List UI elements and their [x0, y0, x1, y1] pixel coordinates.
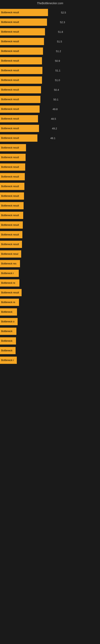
bar-fill: Bottleneck result — [0, 241, 22, 248]
bar-label: Bottleneck result — [1, 127, 19, 130]
bar-fill: Bottleneck — [0, 308, 17, 316]
bar-fill: Bottleneck r — [0, 270, 19, 277]
bar-row: Bottleneck result51.0 — [0, 75, 100, 85]
bar-row: Bottleneck result — [0, 143, 100, 152]
bar-fill: Bottleneck result — [0, 67, 42, 74]
bar-label: Bottleneck resul — [1, 252, 18, 256]
bar-row: Bottleneck result51.1 — [0, 66, 100, 75]
bar-label: Bottleneck result — [1, 69, 19, 72]
bar-fill: Bottleneck r — [0, 356, 17, 364]
bar-fill: Bottleneck result — [0, 38, 44, 45]
bar-label: Bottleneck — [1, 330, 12, 333]
bar-fill: Bottleneck resul — [0, 250, 21, 258]
bar-row: Bottleneck result51.5 — [0, 37, 100, 46]
bar-fill: Bottleneck result — [0, 115, 38, 122]
bar-label: Bottleneck result — [1, 214, 19, 217]
bar-label: Bottleneck result — [1, 108, 19, 110]
bar-fill: Bottleneck result — [0, 125, 39, 132]
bar-value: 48.1 — [50, 137, 55, 140]
bar-fill: Bottleneck result — [0, 48, 43, 55]
bar-fill: Bottleneck result — [0, 154, 26, 161]
bar-row: Bottleneck result — [0, 172, 100, 182]
bar-label: Bottleneck result — [1, 59, 19, 62]
bar-fill: Bottleneck result — [0, 144, 26, 151]
bar-row: Bottleneck result — [0, 210, 100, 220]
bar-fill: Bottleneck o — [0, 318, 18, 325]
bar-fill: Bottleneck result — [0, 76, 42, 84]
bar-label: Bottleneck result — [1, 166, 19, 168]
bar-fill: Bottleneck result — [0, 289, 22, 296]
bar-label: Bottleneck result — [1, 194, 19, 198]
bar-row: Bottleneck result — [0, 162, 100, 172]
bar-row: Bottleneck o — [0, 317, 100, 326]
bar-label: Bottleneck result — [1, 21, 19, 24]
bar-row: Bottleneck result49.2 — [0, 124, 100, 133]
bar-value: 49.2 — [52, 127, 57, 130]
bar-row: Bottleneck result52.5 — [0, 8, 100, 17]
bar-row: Bottleneck result51.2 — [0, 46, 100, 56]
bar-label: Bottleneck result — [1, 291, 19, 294]
bar-fill: Bottleneck result — [0, 173, 25, 180]
bar-label: Bottleneck result — [1, 11, 19, 14]
bar-row: Bottleneck result — [0, 152, 100, 162]
bar-row: Bottleneck — [0, 336, 100, 346]
bar-label: Bottleneck res — [1, 262, 16, 265]
bar-label: Bottleneck result — [1, 50, 19, 52]
bar-row: Bottleneck result — [0, 288, 100, 298]
bar-row: Bottleneck re — [0, 278, 100, 288]
bar-label: Bottleneck result — [1, 117, 19, 120]
bar-fill: Bottleneck result — [0, 134, 37, 142]
bar-label: Bottleneck re — [1, 282, 15, 284]
bar-value: 51.0 — [55, 79, 60, 82]
bar-row: Bottleneck — [0, 346, 100, 356]
bar-fill: Bottleneck result — [0, 28, 45, 36]
bar-row: Bottleneck — [0, 307, 100, 317]
bar-label: Bottleneck r — [1, 272, 14, 275]
bar-label: Bottleneck result — [1, 233, 19, 236]
bar-label: Bottleneck — [1, 310, 12, 313]
bar-row: Bottleneck result — [0, 201, 100, 210]
bars-container: Bottleneck result52.5Bottleneck result52… — [0, 6, 100, 367]
bar-fill: Bottleneck result — [0, 86, 41, 94]
bar-fill: Bottleneck re — [0, 279, 19, 286]
bar-fill: Bottleneck result — [0, 96, 40, 103]
bar-label: Bottleneck — [1, 340, 12, 342]
bar-fill: Bottleneck result — [0, 106, 40, 113]
bar-label: Bottleneck result — [1, 146, 19, 149]
bar-value: 50.9 — [55, 59, 60, 62]
bar-row: Bottleneck r — [0, 356, 100, 365]
bar-value: 51.1 — [55, 69, 60, 72]
bar-fill: Bottleneck result — [0, 18, 47, 26]
bar-row: Bottleneck result52.3 — [0, 17, 100, 27]
bar-fill: Bottleneck result — [0, 57, 42, 64]
bar-label: Bottleneck result — [1, 175, 19, 178]
bar-row: Bottleneck — [0, 326, 100, 336]
bar-label: Bottleneck result — [1, 185, 19, 188]
bar-fill: Bottleneck — [0, 347, 16, 354]
bar-label: Bottleneck — [1, 349, 12, 352]
bar-row: Bottleneck resul — [0, 249, 100, 259]
bar-value: 51.5 — [57, 40, 62, 43]
bar-row: Bottleneck result50.9 — [0, 56, 100, 66]
bar-fill: Bottleneck — [0, 337, 16, 344]
bar-row: Bottleneck result — [0, 230, 100, 240]
bar-row: Bottleneck result50.4 — [0, 85, 100, 94]
bar-row: Bottleneck result — [0, 220, 100, 230]
bar-row: Bottleneck result — [0, 240, 100, 249]
bar-row: Bottleneck result49.8 — [0, 104, 100, 114]
bar-label: Bottleneck o — [1, 320, 14, 323]
bar-fill: Bottleneck result — [0, 9, 48, 16]
bar-row: Bottleneck res — [0, 259, 100, 268]
bar-row: Bottleneck result — [0, 182, 100, 191]
bar-label: Bottleneck result — [1, 204, 19, 207]
bar-label: Bottleneck result — [1, 137, 19, 140]
bar-label: Bottleneck result — [1, 40, 19, 43]
bar-fill: Bottleneck result — [0, 164, 25, 171]
bar-row: Bottleneck result48.5 — [0, 114, 100, 124]
bar-label: Bottleneck result — [1, 30, 19, 33]
bar-fill: Bottleneck result — [0, 212, 23, 219]
bar-label: Bottleneck result — [1, 98, 19, 101]
bar-value: 52.3 — [60, 21, 65, 24]
bar-value: 50.4 — [54, 88, 59, 91]
bar-row: Bottleneck result — [0, 191, 100, 201]
